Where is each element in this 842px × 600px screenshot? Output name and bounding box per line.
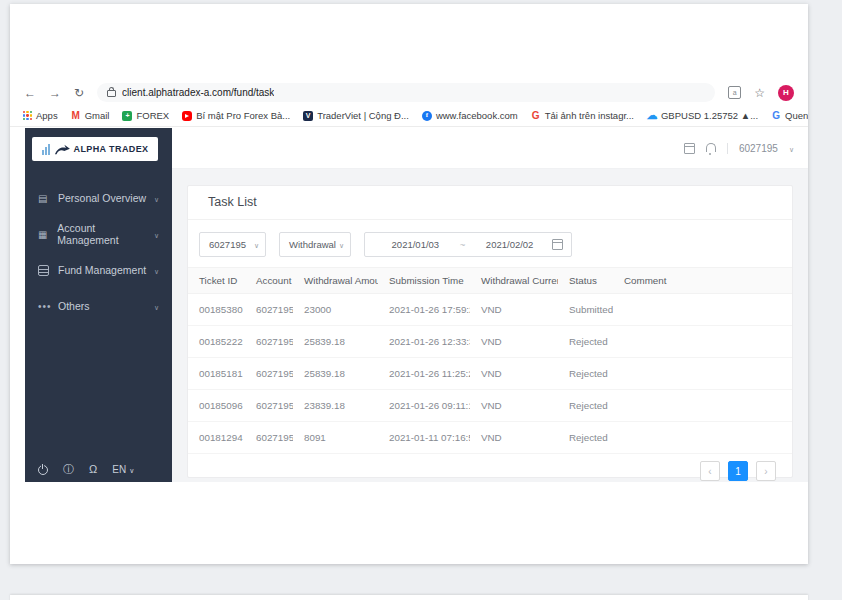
bell-icon[interactable] xyxy=(706,143,716,152)
type-select-value: Withdrawal xyxy=(289,239,336,250)
database-icon xyxy=(38,265,51,276)
cell-ticket-id: 00181294 xyxy=(188,422,245,454)
sidebar-item-fund-management[interactable]: Fund Management xyxy=(25,260,172,280)
table-row: 00185181 6027195 25839.18 2021-01-26 11:… xyxy=(188,358,792,390)
bookmark-label: GBPUSD 1.25752 ▲... xyxy=(661,110,758,121)
account-number[interactable]: 6027195 xyxy=(739,143,778,154)
url-field[interactable]: client.alphatradex-a.com/fund/task xyxy=(97,83,715,102)
sidebar-menu: ▤ Personal Overview ▦ Account Management… xyxy=(25,188,172,332)
cell-status: Rejected xyxy=(558,390,613,422)
table-row: 00185222 6027195 25839.18 2021-01-26 12:… xyxy=(188,326,792,358)
type-select[interactable]: Withdrawal xyxy=(279,232,351,257)
cell-currency: VND xyxy=(470,358,558,390)
cell-account: 6027195 xyxy=(245,390,293,422)
logo-text: ALPHA TRADEX xyxy=(74,144,149,154)
chevron-down-icon xyxy=(154,192,159,204)
cell-status: Rejected xyxy=(558,422,613,454)
bookmark-gmail[interactable]: M Gmail xyxy=(71,110,110,121)
cell-amount: 23000 xyxy=(293,294,378,326)
bookmark-star-icon[interactable]: ☆ xyxy=(754,87,765,99)
forex-icon: + xyxy=(122,111,132,121)
sidebar-item-label: Account Management xyxy=(57,222,154,246)
bookmark-apps[interactable]: Apps xyxy=(23,110,58,121)
info-icon[interactable]: ⓘ xyxy=(63,464,74,475)
power-icon[interactable] xyxy=(38,465,48,475)
sidebar-item-others[interactable]: ••• Others xyxy=(25,296,172,316)
sidebar-item-account-management[interactable]: ▦ Account Management xyxy=(25,224,172,244)
cell-comment xyxy=(613,422,792,454)
calendar-icon xyxy=(552,239,563,250)
bookmark-facebook[interactable]: f www.facebook.com xyxy=(422,110,518,121)
next-page-button[interactable]: › xyxy=(756,461,776,481)
bookmark-gbpusd[interactable]: ☁ GBPUSD 1.25752 ▲... xyxy=(647,110,758,121)
account-select-value: 6027195 xyxy=(209,239,246,250)
bookmark-label: Gmail xyxy=(85,110,110,121)
table-row: 00185380 6027195 23000 2021-01-26 17:59:… xyxy=(188,294,792,326)
chevron-down-icon xyxy=(154,300,159,312)
bookmark-youtube[interactable]: Bí mật Pro Forex Bà... xyxy=(182,110,290,121)
bookmark-label: www.facebook.com xyxy=(436,110,518,121)
chevron-down-icon xyxy=(789,143,794,154)
bookmarks-bar: Apps M Gmail + FOREX Bí mật Pro Forex Bà… xyxy=(10,105,808,127)
cell-account: 6027195 xyxy=(245,294,293,326)
col-comment: Comment xyxy=(613,268,792,294)
cell-comment xyxy=(613,326,792,358)
col-account: Account xyxy=(245,268,293,294)
forward-icon[interactable]: → xyxy=(49,87,61,99)
language-selector[interactable]: EN xyxy=(112,464,134,475)
traderviet-icon: V xyxy=(303,111,313,121)
chevron-down-icon xyxy=(129,464,134,475)
cell-currency: VND xyxy=(470,294,558,326)
google-icon: G xyxy=(531,111,541,121)
account-select[interactable]: 6027195 xyxy=(199,232,266,257)
divider xyxy=(727,143,728,154)
table-row: 00185096 6027195 23839.18 2021-01-26 09:… xyxy=(188,390,792,422)
col-submission-time: Submission Time xyxy=(378,268,470,294)
cell-account: 6027195 xyxy=(245,326,293,358)
bookmark-label: Tải ảnh trên instagr... xyxy=(545,110,634,121)
cloud-icon: ☁ xyxy=(647,111,657,121)
cell-status: Submitted xyxy=(558,294,613,326)
page-1-button[interactable]: 1 xyxy=(728,461,748,481)
col-withdrawal-amount: Withdrawal Amount xyxy=(293,268,378,294)
chevron-down-icon xyxy=(154,264,159,276)
cell-currency: VND xyxy=(470,326,558,358)
headset-icon[interactable]: Ω xyxy=(89,464,97,475)
cell-comment xyxy=(613,390,792,422)
ellipsis-icon: ••• xyxy=(38,301,51,312)
cell-account: 6027195 xyxy=(245,358,293,390)
task-list-card: Task List 6027195 Withdrawal 2021/01/03 … xyxy=(187,185,793,478)
url-text: client.alphatradex-a.com/fund/task xyxy=(122,87,274,98)
refresh-icon[interactable]: ↻ xyxy=(74,87,84,99)
bookmark-forex[interactable]: + FOREX xyxy=(122,110,169,121)
app-header: 6027195 xyxy=(172,128,808,169)
bookmark-label: FOREX xyxy=(136,110,169,121)
back-icon[interactable]: ← xyxy=(24,87,36,99)
logo[interactable]: ALPHA TRADEX xyxy=(32,137,158,161)
lock-icon xyxy=(107,90,116,97)
card-icon: ▦ xyxy=(38,229,50,240)
page-title: Task List xyxy=(188,186,792,220)
sidebar-item-label: Others xyxy=(58,300,90,312)
date-range-picker[interactable]: 2021/01/03 ~ 2021/02/02 xyxy=(364,232,572,257)
sidebar-item-personal-overview[interactable]: ▤ Personal Overview xyxy=(25,188,172,208)
cell-comment xyxy=(613,294,792,326)
browser-window: ← → ↻ client.alphatradex-a.com/fund/task… xyxy=(10,4,808,564)
bookmark-instagram-photos[interactable]: G Tải ảnh trên instagr... xyxy=(531,110,634,121)
calendar-icon[interactable] xyxy=(684,143,695,154)
sidebar-item-label: Fund Management xyxy=(58,264,146,276)
date-to: 2021/02/02 xyxy=(467,239,552,250)
cell-ticket-id: 00185181 xyxy=(188,358,245,390)
bookmark-quenlead[interactable]: G Quenlead.com - Ti... xyxy=(771,110,808,121)
cell-ticket-id: 00185096 xyxy=(188,390,245,422)
col-status: Status xyxy=(558,268,613,294)
facebook-icon: f xyxy=(422,111,432,121)
profile-avatar[interactable]: H xyxy=(778,85,794,101)
cell-status: Rejected xyxy=(558,358,613,390)
prev-page-button[interactable]: ‹ xyxy=(700,461,720,481)
sidebar-footer: ⓘ Ω EN xyxy=(38,464,134,475)
logo-bars-icon xyxy=(42,144,50,155)
bookmark-traderviet[interactable]: V TraderViet | Cộng Đ... xyxy=(303,110,409,121)
gmail-icon: M xyxy=(71,111,81,121)
translate-icon[interactable] xyxy=(728,86,741,99)
